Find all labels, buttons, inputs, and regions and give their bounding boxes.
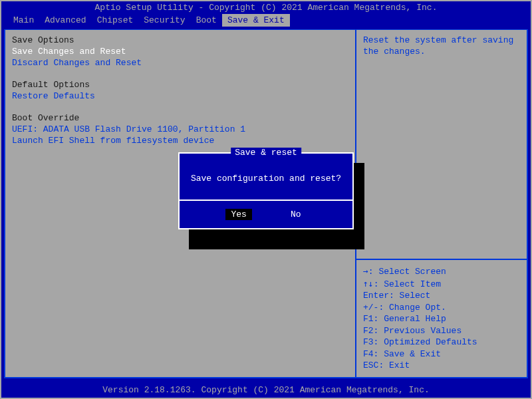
- main-area: Save Options Save Changes and Reset Disc…: [4, 29, 528, 378]
- boot-override-header: Boot Override: [12, 113, 348, 123]
- title-bar: Aptio Setup Utility - Copyright (C) 2021…: [1, 1, 531, 14]
- help-change-opt: +/-: Change Opt.: [363, 302, 520, 314]
- help-enter: Enter: Select: [363, 290, 520, 302]
- help-description: Reset the system after saving the change…: [356, 30, 527, 259]
- opt-discard-changes-reset[interactable]: Discard Changes and Reset: [12, 58, 348, 68]
- dialog-title: Save & reset: [231, 148, 301, 158]
- tab-advanced[interactable]: Advanced: [39, 14, 91, 27]
- confirm-dialog: Save & reset Save configuration and rese…: [178, 152, 354, 229]
- help-f4: F4: Save & Exit: [363, 348, 520, 360]
- tab-save-exit[interactable]: Save & Exit: [222, 14, 290, 27]
- help-f2: F2: Previous Values: [363, 325, 520, 337]
- help-select-item: : Select Item: [374, 279, 441, 289]
- tab-chipset[interactable]: Chipset: [92, 14, 139, 27]
- help-f3: F3: Optimized Defaults: [363, 336, 520, 348]
- tab-boot[interactable]: Boot: [191, 14, 222, 27]
- dialog-message: Save configuration and reset?: [180, 154, 352, 200]
- help-select-screen: : Select Screen: [368, 267, 446, 277]
- up-down-arrow-icon: ↑↓: [363, 279, 374, 289]
- tab-security[interactable]: Security: [138, 14, 190, 27]
- opt-save-changes-reset[interactable]: Save Changes and Reset: [12, 47, 348, 57]
- yes-button[interactable]: Yes: [225, 209, 251, 220]
- menu-bar: Main Advanced Chipset Security Boot Save…: [1, 14, 531, 29]
- save-options-header: Save Options: [12, 35, 348, 45]
- opt-boot-entry-2[interactable]: Launch EFI Shell from filesystem device: [12, 136, 348, 146]
- help-keys: →: Select Screen ↑↓: Select Item Enter: …: [356, 260, 527, 377]
- help-panel: Reset the system after saving the change…: [355, 30, 527, 377]
- opt-boot-entry-1[interactable]: UEFI: ADATA USB Flash Drive 1100, Partit…: [12, 124, 348, 134]
- help-esc: ESC: Exit: [363, 360, 520, 372]
- tab-main[interactable]: Main: [8, 14, 39, 27]
- right-arrow-icon: →: [363, 266, 368, 276]
- opt-restore-defaults[interactable]: Restore Defaults: [12, 91, 348, 101]
- no-button[interactable]: No: [285, 209, 307, 220]
- help-f1: F1: General Help: [363, 313, 520, 325]
- default-options-header: Default Options: [12, 80, 348, 90]
- footer: Version 2.18.1263. Copyright (C) 2021 Am…: [1, 381, 531, 398]
